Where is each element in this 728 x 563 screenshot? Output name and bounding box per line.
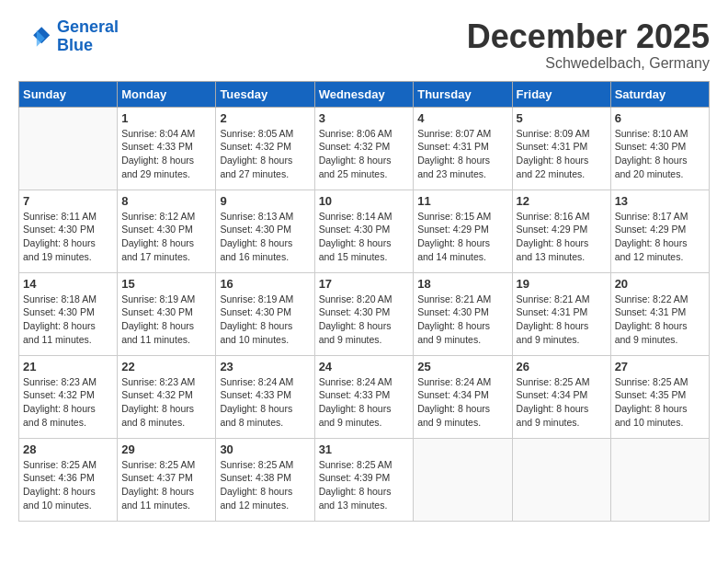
calendar-body: 1Sunrise: 8:04 AMSunset: 4:33 PMDaylight… [19,107,710,521]
day-info: Sunrise: 8:24 AMSunset: 4:33 PMDaylight:… [220,375,310,430]
day-number: 23 [220,360,310,373]
day-number: 6 [615,111,705,125]
day-info: Sunrise: 8:15 AMSunset: 4:29 PMDaylight:… [417,210,507,264]
day-info: Sunrise: 8:04 AMSunset: 4:33 PMDaylight:… [121,127,211,181]
day-number: 24 [319,360,410,373]
calendar-cell: 30Sunrise: 8:25 AMSunset: 4:38 PMDayligh… [216,438,314,521]
day-info: Sunrise: 8:19 AMSunset: 4:30 PMDaylight:… [121,293,211,347]
day-info: Sunrise: 8:18 AMSunset: 4:30 PMDaylight:… [23,293,113,347]
day-number: 16 [220,277,310,291]
calendar-cell [19,107,118,190]
day-info: Sunrise: 8:19 AMSunset: 4:30 PMDaylight:… [220,293,310,347]
day-number: 31 [319,442,410,456]
week-row-2: 7Sunrise: 8:11 AMSunset: 4:30 PMDaylight… [19,190,710,272]
logo-text: General Blue [57,18,119,55]
calendar-cell: 18Sunrise: 8:21 AMSunset: 4:30 PMDayligh… [414,272,512,355]
calendar-cell: 9Sunrise: 8:13 AMSunset: 4:30 PMDaylight… [216,190,314,272]
calendar-cell: 22Sunrise: 8:23 AMSunset: 4:32 PMDayligh… [118,355,216,438]
day-number: 5 [517,111,607,125]
day-number: 3 [319,111,410,125]
calendar-table: SundayMondayTuesdayWednesdayThursdayFrid… [18,81,710,522]
day-number: 30 [220,442,310,456]
day-number: 10 [319,194,410,208]
day-number: 28 [23,442,113,456]
day-info: Sunrise: 8:24 AMSunset: 4:34 PMDaylight:… [417,375,507,430]
day-number: 17 [319,277,410,291]
calendar-cell: 4Sunrise: 8:07 AMSunset: 4:31 PMDaylight… [414,107,512,190]
title-block: December 2025 Schwedelbach, Germany [467,18,710,72]
day-number: 1 [121,111,211,125]
day-info: Sunrise: 8:06 AMSunset: 4:32 PMDaylight:… [319,127,410,181]
day-number: 18 [417,277,507,291]
week-row-5: 28Sunrise: 8:25 AMSunset: 4:36 PMDayligh… [19,438,710,521]
day-number: 21 [23,360,113,373]
calendar-cell: 16Sunrise: 8:19 AMSunset: 4:30 PMDayligh… [216,272,314,355]
day-info: Sunrise: 8:11 AMSunset: 4:30 PMDaylight:… [23,210,113,264]
day-number: 25 [417,360,507,373]
day-number: 7 [23,194,113,208]
day-info: Sunrise: 8:09 AMSunset: 4:31 PMDaylight:… [517,127,607,181]
day-number: 14 [23,277,113,291]
logo-line2: Blue [57,36,93,54]
logo-line1: General [57,17,119,36]
calendar-header-row: SundayMondayTuesdayWednesdayThursdayFrid… [19,81,710,107]
week-row-3: 14Sunrise: 8:18 AMSunset: 4:30 PMDayligh… [19,272,710,355]
day-info: Sunrise: 8:20 AMSunset: 4:30 PMDaylight:… [319,293,410,347]
calendar-cell: 19Sunrise: 8:21 AMSunset: 4:31 PMDayligh… [512,272,610,355]
month-title: December 2025 [467,18,710,55]
calendar-cell: 25Sunrise: 8:24 AMSunset: 4:34 PMDayligh… [414,355,512,438]
day-info: Sunrise: 8:25 AMSunset: 4:35 PMDaylight:… [615,375,705,430]
day-header-saturday: Saturday [610,81,709,107]
calendar-cell [512,438,610,521]
day-info: Sunrise: 8:25 AMSunset: 4:38 PMDaylight:… [220,458,310,512]
day-number: 29 [121,442,211,456]
day-info: Sunrise: 8:07 AMSunset: 4:31 PMDaylight:… [417,127,507,181]
calendar-cell: 20Sunrise: 8:22 AMSunset: 4:31 PMDayligh… [610,272,709,355]
calendar-cell: 31Sunrise: 8:25 AMSunset: 4:39 PMDayligh… [314,438,414,521]
day-info: Sunrise: 8:25 AMSunset: 4:39 PMDaylight:… [319,458,410,512]
day-info: Sunrise: 8:14 AMSunset: 4:30 PMDaylight:… [319,210,410,264]
day-info: Sunrise: 8:17 AMSunset: 4:29 PMDaylight:… [615,210,705,264]
calendar-cell: 23Sunrise: 8:24 AMSunset: 4:33 PMDayligh… [216,355,314,438]
calendar-cell: 5Sunrise: 8:09 AMSunset: 4:31 PMDaylight… [512,107,610,190]
calendar-cell: 10Sunrise: 8:14 AMSunset: 4:30 PMDayligh… [314,190,414,272]
calendar-cell: 1Sunrise: 8:04 AMSunset: 4:33 PMDaylight… [118,107,216,190]
day-info: Sunrise: 8:21 AMSunset: 4:30 PMDaylight:… [417,293,507,347]
day-number: 27 [615,360,705,373]
calendar-cell: 27Sunrise: 8:25 AMSunset: 4:35 PMDayligh… [610,355,709,438]
day-number: 4 [417,111,507,125]
week-row-1: 1Sunrise: 8:04 AMSunset: 4:33 PMDaylight… [19,107,710,190]
day-info: Sunrise: 8:25 AMSunset: 4:37 PMDaylight:… [121,458,211,512]
day-number: 19 [517,277,607,291]
day-header-sunday: Sunday [19,81,118,107]
day-info: Sunrise: 8:25 AMSunset: 4:34 PMDaylight:… [517,375,607,430]
day-number: 20 [615,277,705,291]
day-info: Sunrise: 8:23 AMSunset: 4:32 PMDaylight:… [23,375,113,430]
day-header-monday: Monday [118,81,216,107]
day-info: Sunrise: 8:16 AMSunset: 4:29 PMDaylight:… [517,210,607,264]
day-header-tuesday: Tuesday [216,81,314,107]
calendar-cell: 11Sunrise: 8:15 AMSunset: 4:29 PMDayligh… [414,190,512,272]
logo-icon [18,20,51,53]
day-info: Sunrise: 8:22 AMSunset: 4:31 PMDaylight:… [615,293,705,347]
day-number: 2 [220,111,310,125]
day-number: 22 [121,360,211,373]
page-header: General Blue December 2025 Schwedelbach,… [18,18,710,72]
day-number: 13 [615,194,705,208]
calendar-cell: 3Sunrise: 8:06 AMSunset: 4:32 PMDaylight… [314,107,414,190]
calendar-cell: 24Sunrise: 8:24 AMSunset: 4:33 PMDayligh… [314,355,414,438]
calendar-cell: 7Sunrise: 8:11 AMSunset: 4:30 PMDaylight… [19,190,118,272]
calendar-cell: 12Sunrise: 8:16 AMSunset: 4:29 PMDayligh… [512,190,610,272]
day-info: Sunrise: 8:21 AMSunset: 4:31 PMDaylight:… [517,293,607,347]
day-number: 11 [417,194,507,208]
calendar-cell: 14Sunrise: 8:18 AMSunset: 4:30 PMDayligh… [19,272,118,355]
day-info: Sunrise: 8:05 AMSunset: 4:32 PMDaylight:… [220,127,310,181]
day-number: 15 [121,277,211,291]
calendar-cell: 28Sunrise: 8:25 AMSunset: 4:36 PMDayligh… [19,438,118,521]
day-header-friday: Friday [512,81,610,107]
day-info: Sunrise: 8:13 AMSunset: 4:30 PMDaylight:… [220,210,310,264]
day-info: Sunrise: 8:12 AMSunset: 4:30 PMDaylight:… [121,210,211,264]
calendar-cell: 26Sunrise: 8:25 AMSunset: 4:34 PMDayligh… [512,355,610,438]
calendar-cell: 29Sunrise: 8:25 AMSunset: 4:37 PMDayligh… [118,438,216,521]
calendar-cell [610,438,709,521]
